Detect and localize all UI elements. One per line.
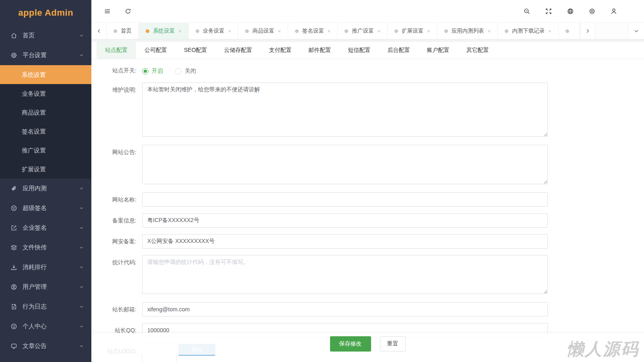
- chevron-down-icon: [79, 33, 84, 38]
- sidebar-item-behavior-log[interactable]: 行为日志: [0, 297, 91, 317]
- tab-label: 内测下载记录: [512, 27, 545, 35]
- tab-signature-settings[interactable]: 签名设置: [288, 23, 338, 39]
- submenu-item-signature-settings[interactable]: 签名设置: [0, 122, 91, 141]
- sidebar-item-article-announcement[interactable]: 文章公告: [0, 336, 91, 356]
- tab-label: 业务设置: [203, 27, 225, 35]
- globe-icon[interactable]: [567, 8, 574, 15]
- chevron-down-icon: [79, 265, 84, 270]
- form-row-announcement: 网站公告:: [100, 145, 644, 186]
- radio-site-on[interactable]: 开启: [142, 68, 163, 75]
- sidebar-item-personal-center[interactable]: 个人中心: [0, 317, 91, 336]
- tab-extension-settings[interactable]: 扩展设置: [388, 23, 438, 39]
- submenu-item-promotion-settings[interactable]: 推广设置: [0, 141, 91, 160]
- tab-business-settings[interactable]: 业务设置: [189, 23, 239, 39]
- fullscreen-icon[interactable]: [545, 8, 552, 15]
- webmaster-email-input[interactable]: [142, 302, 548, 317]
- config-tab-seo[interactable]: SEO配置: [175, 42, 216, 59]
- sidebar-item-consumption-ranking[interactable]: 消耗排行: [0, 257, 91, 277]
- form-row-maintenance: 维护说明: 本站暂时关闭维护，给您带来的不便还请谅解: [100, 82, 644, 138]
- tab-promotion-settings[interactable]: 推广设置: [338, 23, 388, 39]
- config-tab-site[interactable]: 站点配置: [97, 42, 136, 59]
- submenu-item-product-settings[interactable]: 商品设置: [0, 103, 91, 122]
- config-tab-sms[interactable]: 短信配置: [340, 42, 379, 59]
- maintenance-textarea[interactable]: 本站暂时关闭维护，给您带来的不便还请谅解: [142, 82, 548, 137]
- tab-app-beta-list[interactable]: 应用内测列表: [438, 23, 498, 39]
- config-tab-mail[interactable]: 邮件配置: [300, 42, 340, 59]
- sidebar-item-file-transfer[interactable]: 文件快传: [0, 238, 91, 257]
- chevron-down-icon: [79, 304, 84, 309]
- tab-dot: [146, 29, 149, 33]
- config-tab-company[interactable]: 公司配置: [136, 42, 175, 59]
- tab-label: 应用内测列表: [452, 27, 484, 35]
- user-circle-icon: [10, 284, 17, 291]
- refresh-icon[interactable]: [124, 8, 132, 15]
- config-tab-other[interactable]: 其它配置: [458, 42, 497, 59]
- submenu-item-system-settings[interactable]: 系统设置: [0, 65, 91, 84]
- settings-icon[interactable]: [588, 8, 596, 15]
- tabs-scroll-left-button[interactable]: [91, 23, 107, 39]
- close-icon[interactable]: [178, 29, 182, 34]
- close-icon[interactable]: [278, 29, 281, 34]
- sidebar-item-label: 平台设置: [23, 51, 47, 59]
- sidebar-item-super-signature[interactable]: 超级签名: [0, 198, 91, 218]
- tab-partial[interactable]: [559, 23, 580, 39]
- tab-home[interactable]: 首页: [107, 23, 139, 39]
- tab-label: 扩展设置: [402, 27, 423, 35]
- submenu-item-business-settings[interactable]: 业务设置: [0, 84, 91, 103]
- file-plus-icon: [10, 303, 17, 311]
- tabs-scroll-right-button[interactable]: [580, 23, 595, 39]
- sidebar-item-label: 消耗排行: [23, 263, 47, 271]
- site-name-input[interactable]: [142, 192, 548, 207]
- home-icon: [10, 32, 17, 39]
- config-tab-payment[interactable]: 支付配置: [261, 42, 300, 59]
- close-icon[interactable]: [328, 29, 331, 34]
- security-record-input[interactable]: [142, 234, 548, 249]
- sidebar-item-app-beta[interactable]: 应用内测: [0, 179, 91, 198]
- config-tab-account[interactable]: 账户配置: [419, 42, 458, 59]
- stats-code-textarea[interactable]: [142, 255, 548, 294]
- close-icon[interactable]: [548, 29, 551, 34]
- chevron-down-icon: [79, 245, 84, 250]
- admin-app: apple Admin 首页 平台设置 系统设置 业务设置 商品设置 签名设置: [0, 0, 644, 362]
- chevron-down-icon: [79, 186, 84, 191]
- tabs-dropdown-button[interactable]: [628, 23, 644, 39]
- chevron-down-icon: [79, 284, 84, 290]
- site-config-form: 站点开关: 开启 关闭 维护说明: 本站暂时关闭维护，给您带来的不便还请谅解: [91, 59, 644, 362]
- form-row-site-name: 网站名称:: [100, 192, 644, 207]
- tab-dot: [505, 29, 508, 33]
- menu-fold-icon[interactable]: [103, 8, 111, 15]
- config-tab-cloud-storage[interactable]: 云储存配置: [216, 42, 261, 59]
- form-footer: 保存修改 重置: [91, 333, 644, 355]
- icp-input[interactable]: [142, 213, 548, 228]
- field-label: 维护说明:: [100, 82, 136, 138]
- radio-site-off[interactable]: 关闭: [175, 68, 196, 75]
- tab-system-settings[interactable]: 系统设置: [139, 23, 189, 39]
- chevron-down-icon: [79, 206, 84, 211]
- submenu-item-extension-settings[interactable]: 扩展设置: [0, 160, 91, 179]
- close-icon[interactable]: [427, 29, 430, 34]
- tab-product-settings[interactable]: 商品设置: [238, 23, 288, 39]
- save-button[interactable]: 保存修改: [330, 336, 371, 352]
- sidebar-item-home[interactable]: 首页: [0, 26, 91, 45]
- download-icon: [10, 264, 17, 271]
- close-icon[interactable]: [377, 29, 380, 34]
- reset-button[interactable]: 重置: [380, 336, 406, 352]
- tab-label: 系统设置: [153, 27, 175, 35]
- chevron-down-icon: [79, 324, 84, 329]
- tab-beta-download-records[interactable]: 内测下载记录: [498, 23, 559, 39]
- sidebar-item-label: 行为日志: [23, 303, 47, 311]
- form-row-security-record: 网安备案:: [100, 234, 644, 249]
- smile-icon: [10, 323, 17, 330]
- sidebar-item-enterprise-signature[interactable]: 企业签名: [0, 218, 91, 238]
- form-row-stats-code: 统计代码:: [100, 255, 644, 296]
- sidebar-item-platform-settings[interactable]: 平台设置: [0, 45, 91, 65]
- sidebar-item-label: 文章公告: [23, 342, 47, 350]
- user-icon[interactable]: [610, 8, 617, 15]
- config-tab-backend[interactable]: 后台配置: [379, 42, 419, 59]
- search-icon[interactable]: [523, 8, 530, 15]
- sidebar-item-user-management[interactable]: 用户管理: [0, 277, 91, 297]
- close-icon[interactable]: [488, 29, 491, 34]
- close-icon[interactable]: [228, 29, 231, 34]
- announcement-textarea[interactable]: [142, 145, 548, 184]
- gear-icon: [10, 52, 17, 59]
